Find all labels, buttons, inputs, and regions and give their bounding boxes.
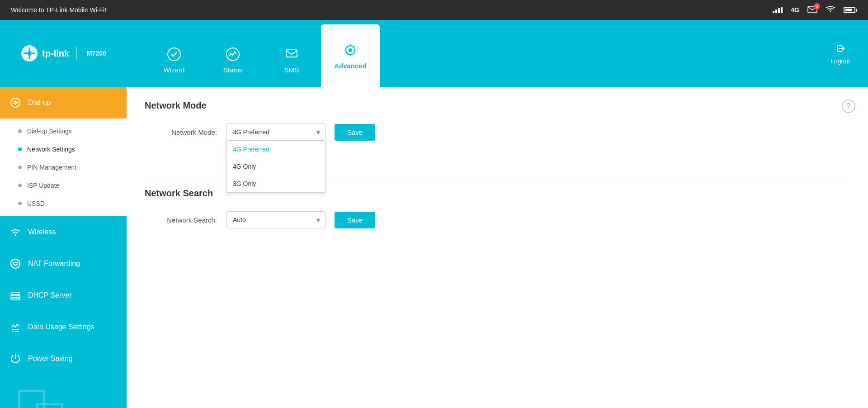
sidebar-nat-label: NAT Forwarding [28, 260, 80, 268]
network-search-section: Network Search Network Search: Auto Manu… [145, 188, 850, 228]
help-icon[interactable]: ? [842, 100, 855, 113]
power-saving-icon [9, 352, 22, 365]
status-bar: Welcome to TP-Link Mobile Wi-Fi! 4G 3 [0, 0, 868, 20]
svg-point-3 [168, 48, 180, 61]
signal-bars-icon [773, 7, 783, 13]
sidebar-item-nat[interactable]: NAT Forwarding [0, 248, 127, 280]
sidebar-item-dhcp[interactable]: DHCP Server [0, 280, 127, 311]
logout-icon [834, 42, 847, 55]
svg-point-10 [11, 259, 20, 268]
network-mode-section: Network Mode Network Mode: 4G Preferred … [145, 100, 850, 141]
sidebar-item-power-saving[interactable]: Power Saving [0, 343, 127, 375]
network-mode-row: Network Mode: 4G Preferred 4G Only 3G On… [145, 123, 850, 141]
status-icon [225, 46, 241, 62]
network-search-select[interactable]: Auto Manual [226, 211, 326, 228]
nav-tabs: Wizard Status SMS [127, 20, 868, 87]
sidebar-item-data-usage[interactable]: Data Usage Settings [0, 311, 127, 343]
dropdown-option-4g-only[interactable]: 4G Only [226, 158, 325, 175]
logo: tp-link M7200 [20, 44, 106, 62]
subitem-pin-management-label: PIN Management [27, 164, 76, 171]
message-icon: 3 [807, 6, 817, 14]
data-usage-icon [9, 321, 22, 333]
network-mode-label: Network Mode: [145, 128, 217, 136]
sidebar-submenu: Dial-up Settings Network Settings PIN Ma… [0, 119, 127, 216]
model-name: M7200 [87, 50, 106, 57]
dropdown-option-4g-preferred[interactable]: 4G Preferred [226, 141, 325, 158]
sidebar-dialup-label: Dial-up [28, 99, 51, 107]
dialup-icon [9, 96, 22, 109]
welcome-text: Welcome to TP-Link Mobile Wi-Fi! [11, 6, 106, 14]
wireless-icon [9, 226, 22, 238]
network-mode-dropdown: 4G Preferred 4G Only 3G Only [226, 141, 326, 193]
sidebar: Dial-up Dial-up Settings Network Setting… [0, 87, 127, 408]
sidebar-data-usage-label: Data Usage Settings [28, 323, 94, 331]
main-layout: Dial-up Dial-up Settings Network Setting… [0, 87, 868, 408]
dot-icon [18, 129, 22, 133]
sidebar-item-dialup[interactable]: Dial-up [0, 87, 127, 119]
sidebar-item-wireless[interactable]: Wireless [0, 216, 127, 248]
sidebar-power-saving-label: Power Saving [28, 355, 73, 363]
tp-link-logo-icon [20, 44, 38, 62]
dot-icon [18, 166, 22, 169]
dot-icon [18, 202, 22, 205]
sidebar-subitem-pin-management[interactable]: PIN Management [0, 158, 127, 176]
sidebar-subitem-network-settings[interactable]: Network Settings [0, 140, 127, 158]
network-type: 4G [791, 6, 799, 14]
network-mode-select-wrapper: 4G Preferred 4G Only 3G Only ▾ 4G Prefer… [226, 123, 326, 141]
subitem-network-settings-label: Network Settings [27, 146, 75, 153]
nat-icon [9, 257, 22, 270]
network-search-select-wrapper: Auto Manual ▾ [226, 211, 326, 228]
wizard-icon [166, 46, 182, 62]
tab-wizard[interactable]: Wizard [145, 33, 203, 87]
logout-button[interactable]: Logout [830, 42, 850, 65]
tab-advanced[interactable]: Advanced [321, 24, 380, 87]
header: tp-link M7200 Wizard Status [0, 20, 868, 87]
svg-rect-5 [286, 50, 297, 57]
wifi-icon [826, 6, 835, 14]
logout-label: Logout [830, 57, 850, 65]
subitem-isp-update-label: ISP Update [27, 182, 59, 189]
network-search-save-button[interactable]: Save [335, 212, 375, 228]
svg-point-7 [349, 48, 352, 52]
network-mode-title: Network Mode [145, 100, 850, 111]
status-bar-right: 4G 3 [773, 6, 857, 14]
tab-status[interactable]: Status [203, 33, 262, 87]
svg-rect-12 [11, 295, 20, 297]
dot-icon [18, 184, 22, 187]
brand-name: tp-link [42, 48, 69, 59]
dot-icon-highlight [18, 147, 22, 151]
dropdown-option-3g-only[interactable]: 3G Only [226, 175, 325, 192]
svg-point-2 [27, 51, 32, 56]
network-mode-save-button[interactable]: Save [335, 124, 375, 141]
content-area: ? Network Mode Network Mode: 4G Preferre… [127, 87, 868, 408]
logo-area: tp-link M7200 [0, 20, 127, 87]
svg-rect-11 [11, 293, 20, 294]
sidebar-dhcp-label: DHCP Server [28, 291, 72, 299]
sidebar-subitem-dialup-settings[interactable]: Dial-up Settings [0, 122, 127, 140]
battery-icon [844, 7, 857, 13]
subitem-ussd-label: USSD [27, 200, 45, 207]
sidebar-subitem-isp-update[interactable]: ISP Update [0, 176, 127, 195]
svg-rect-13 [11, 298, 20, 300]
subitem-dialup-settings-label: Dial-up Settings [27, 128, 72, 135]
advanced-icon [342, 42, 359, 58]
tab-sms[interactable]: SMS [262, 33, 321, 87]
sms-icon [283, 46, 300, 62]
network-search-row: Network Search: Auto Manual ▾ Save [145, 211, 850, 228]
sidebar-subitem-ussd[interactable]: USSD [0, 195, 127, 213]
network-mode-select[interactable]: 4G Preferred 4G Only 3G Only [226, 123, 326, 141]
dhcp-icon [9, 289, 22, 302]
svg-point-9 [15, 235, 16, 236]
sidebar-wireless-label: Wireless [28, 228, 56, 236]
message-badge: 3 [814, 3, 820, 9]
network-search-label: Network Search: [145, 216, 217, 224]
